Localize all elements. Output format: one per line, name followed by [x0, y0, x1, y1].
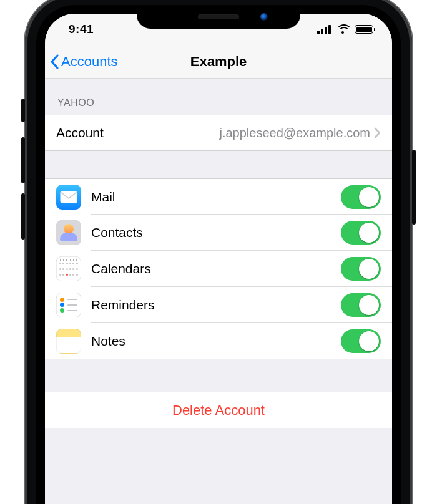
battery-icon: [355, 25, 373, 34]
notes-icon: [56, 329, 81, 354]
svg-rect-0: [61, 191, 77, 203]
row-calendars: Calendars: [45, 251, 392, 287]
row-label: Contacts: [91, 225, 143, 240]
page-title: Example: [190, 54, 247, 70]
toggle-contacts[interactable]: [341, 221, 381, 245]
status-time: 9:41: [62, 22, 94, 36]
reminders-icon: [56, 293, 81, 317]
contacts-icon: [56, 220, 81, 245]
toggle-mail[interactable]: [341, 185, 381, 209]
row-notes: Notes: [45, 323, 392, 359]
row-reminders: Reminders: [45, 287, 392, 323]
iphone-frame: 9:41 Accounts Example YAHOO Account j.ap…: [25, 0, 412, 504]
account-value: j.appleseed@example.com: [219, 126, 374, 140]
mail-icon: [56, 185, 81, 210]
account-row[interactable]: Account j.appleseed@example.com: [45, 115, 392, 151]
back-button[interactable]: Accounts: [50, 45, 118, 78]
mute-switch: [21, 99, 25, 122]
row-label: Mail: [91, 190, 115, 205]
row-mail: Mail: [45, 178, 392, 215]
delete-account-button[interactable]: Delete Account: [45, 392, 392, 428]
row-label: Notes: [91, 334, 125, 349]
toggle-notes[interactable]: [341, 329, 381, 353]
earpiece-speaker: [198, 14, 239, 19]
chevron-left-icon: [50, 54, 60, 70]
notch: [137, 5, 300, 29]
chevron-right-icon: [374, 127, 381, 138]
screen: 9:41 Accounts Example YAHOO Account j.ap…: [45, 14, 392, 504]
toggle-reminders[interactable]: [341, 293, 381, 317]
front-camera: [260, 13, 268, 21]
navigation-bar: Accounts Example: [45, 45, 392, 79]
calendars-icon: [56, 256, 81, 281]
toggle-calendars[interactable]: [341, 257, 381, 281]
section-header: YAHOO: [45, 79, 392, 115]
row-label: Reminders: [91, 298, 155, 313]
account-label: Account: [56, 125, 104, 140]
row-contacts: Contacts: [45, 215, 392, 251]
volume-down-button: [21, 193, 25, 240]
wifi-icon: [336, 24, 350, 34]
cellular-signal-icon: [317, 25, 331, 34]
delete-account-label: Delete Account: [172, 402, 265, 419]
side-button: [412, 150, 416, 225]
back-label: Accounts: [61, 54, 118, 70]
volume-up-button: [21, 137, 25, 183]
row-label: Calendars: [91, 261, 151, 276]
